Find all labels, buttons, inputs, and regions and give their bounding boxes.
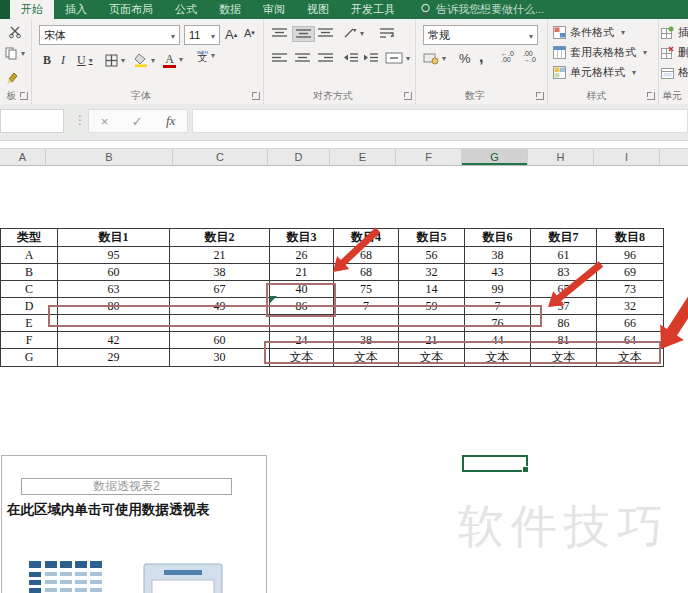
table-cell[interactable]: 56	[399, 247, 465, 264]
column-header[interactable]: B	[46, 149, 173, 165]
table-header-cell[interactable]: 数目5	[399, 229, 465, 247]
tell-me-box[interactable]: 告诉我您想要做什么...	[420, 0, 544, 19]
align-bottom-button[interactable]	[317, 28, 334, 38]
fill-color-button[interactable]	[134, 53, 155, 67]
column-header[interactable]: H	[528, 149, 594, 165]
orientation-button[interactable]	[343, 27, 364, 39]
table-cell[interactable]: 21	[270, 264, 334, 281]
align-right-button[interactable]	[317, 53, 334, 63]
column-header[interactable]: E	[330, 149, 396, 165]
table-cell[interactable]: B	[1, 264, 58, 281]
phonetic-guide-button[interactable]: wén 文	[197, 49, 215, 61]
ribbon-tab[interactable]: 数据	[208, 0, 252, 19]
align-top-button[interactable]	[271, 28, 288, 38]
column-header[interactable]: I	[594, 149, 660, 165]
table-cell[interactable]: 29	[58, 349, 170, 367]
ribbon-tab[interactable]: 开发工具	[340, 0, 406, 19]
ribbon-tab[interactable]: 开始	[10, 0, 54, 19]
table-cell[interactable]: 32	[597, 298, 664, 315]
table-cell[interactable]: 66	[597, 315, 664, 332]
format-as-table-button[interactable]: 套用表格格式	[553, 45, 647, 60]
column-header[interactable]: F	[396, 149, 462, 165]
wrap-text-button[interactable]	[379, 27, 395, 39]
underline-button[interactable]: U	[77, 53, 93, 68]
merge-center-button[interactable]	[385, 52, 410, 64]
table-header-cell[interactable]: 数目3	[270, 229, 334, 247]
align-left-button[interactable]	[271, 53, 288, 63]
increase-indent-button[interactable]	[363, 53, 379, 63]
insert-cells-button[interactable]: 插	[661, 25, 688, 40]
comma-style-button[interactable]: ,	[479, 48, 483, 66]
table-cell[interactable]: 14	[399, 281, 465, 298]
table-cell[interactable]: 26	[270, 247, 334, 264]
ribbon-tab[interactable]: 插入	[54, 0, 98, 19]
ribbon-tab[interactable]: 页面布局	[98, 0, 164, 19]
table-header-cell[interactable]: 数目2	[170, 229, 270, 247]
format-painter-button[interactable]	[6, 71, 19, 84]
font-dialog-launcher-icon[interactable]	[252, 92, 260, 100]
clipboard-dialog-launcher-icon[interactable]	[20, 92, 28, 100]
file-menu-block[interactable]	[0, 0, 10, 19]
grow-font-button[interactable]: A	[225, 27, 237, 42]
ribbon-tab[interactable]: 公式	[164, 0, 208, 19]
column-header[interactable]: A	[0, 149, 46, 165]
table-cell[interactable]: 42	[58, 332, 170, 349]
number-format-combo[interactable]: 常规	[423, 25, 538, 45]
table-cell[interactable]: F	[1, 332, 58, 349]
table-cell[interactable]: 21	[170, 247, 270, 264]
table-cell[interactable]: 32	[399, 264, 465, 281]
table-cell[interactable]: 43	[465, 264, 531, 281]
column-header[interactable]: G	[462, 149, 528, 165]
borders-button[interactable]	[105, 54, 125, 67]
confirm-entry-button[interactable]: ✓	[132, 114, 143, 129]
table-cell[interactable]: 38	[170, 264, 270, 281]
table-cell[interactable]: 30	[170, 349, 270, 367]
ribbon-tab[interactable]: 审阅	[252, 0, 296, 19]
align-middle-button[interactable]	[292, 26, 315, 42]
selected-cell[interactable]	[462, 455, 528, 472]
accounting-format-button[interactable]	[423, 52, 446, 65]
table-header-cell[interactable]: 数目4	[334, 229, 399, 247]
table-header-cell[interactable]: 数目6	[465, 229, 531, 247]
table-header-cell[interactable]: 数目8	[597, 229, 664, 247]
number-dialog-launcher-icon[interactable]	[536, 92, 544, 100]
column-header[interactable]: C	[173, 149, 268, 165]
table-cell[interactable]: 63	[58, 281, 170, 298]
table-cell[interactable]: 99	[465, 281, 531, 298]
table-cell[interactable]: 96	[597, 247, 664, 264]
table-cell[interactable]: 68	[334, 264, 399, 281]
table-cell[interactable]: 83	[531, 264, 597, 281]
conditional-formatting-button[interactable]: 条件格式	[553, 25, 625, 40]
table-header-cell[interactable]: 数目7	[531, 229, 597, 247]
ribbon-tab[interactable]: 视图	[296, 0, 340, 19]
font-color-button[interactable]: A	[163, 52, 183, 67]
cancel-entry-button[interactable]: ×	[101, 114, 109, 129]
insert-function-button[interactable]: fx	[166, 113, 175, 129]
table-cell[interactable]: 68	[334, 247, 399, 264]
table-header-cell[interactable]: 数目1	[58, 229, 170, 247]
font-name-combo[interactable]: 宋体	[39, 25, 180, 45]
format-cells-button[interactable]: 格	[661, 65, 688, 80]
table-header-cell[interactable]: 类型	[1, 229, 58, 247]
percent-style-button[interactable]: %	[459, 51, 471, 66]
table-cell[interactable]: A	[1, 247, 58, 264]
styles-dialog-launcher-icon[interactable]	[647, 92, 655, 100]
table-cell[interactable]: 75	[334, 281, 399, 298]
italic-button[interactable]: I	[61, 53, 65, 68]
decrease-decimal-button[interactable]: .00→.0	[523, 51, 536, 63]
cell-styles-button[interactable]: 单元格样式	[553, 65, 636, 80]
font-size-combo[interactable]: 11	[184, 25, 220, 45]
name-box[interactable]	[0, 109, 64, 133]
bold-button[interactable]: B	[43, 53, 51, 68]
table-cell[interactable]: 60	[58, 264, 170, 281]
align-center-button[interactable]	[294, 53, 311, 63]
increase-decimal-button[interactable]: ←.0.00	[501, 51, 514, 63]
table-cell[interactable]: 38	[465, 247, 531, 264]
table-cell[interactable]: 73	[597, 281, 664, 298]
table-cell[interactable]: 65	[531, 281, 597, 298]
alignment-dialog-launcher-icon[interactable]	[404, 92, 412, 100]
shrink-font-button[interactable]: A	[244, 27, 255, 39]
table-cell[interactable]: C	[1, 281, 58, 298]
copy-button[interactable]	[5, 47, 25, 60]
column-header[interactable]: D	[268, 149, 330, 165]
